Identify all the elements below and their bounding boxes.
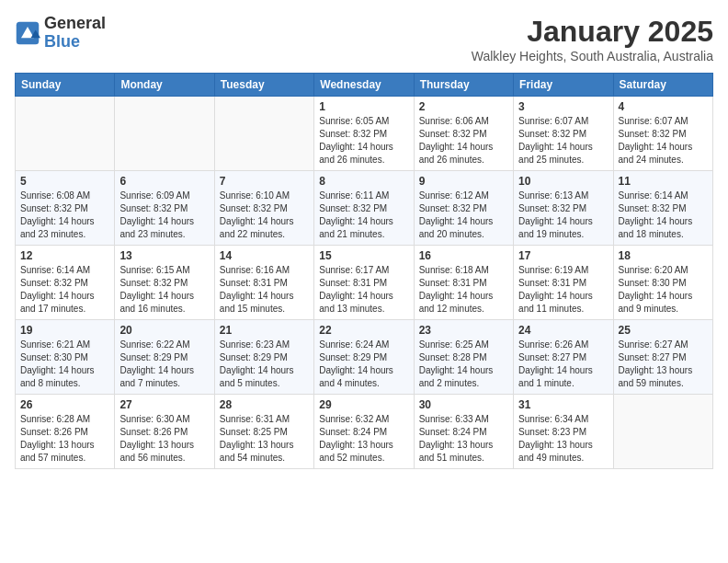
logo-general: General (44, 15, 106, 33)
day-number: 19 (20, 324, 109, 337)
day-number: 12 (20, 249, 109, 262)
day-info: Sunrise: 6:07 AMSunset: 8:32 PMDaylight:… (518, 115, 608, 167)
day-number: 27 (119, 398, 209, 411)
calendar-week-row: 26Sunrise: 6:28 AMSunset: 8:26 PMDayligh… (16, 395, 713, 469)
day-number: 18 (619, 249, 708, 262)
day-number: 10 (518, 175, 608, 188)
calendar-cell: 27Sunrise: 6:30 AMSunset: 8:26 PMDayligh… (115, 395, 214, 469)
calendar-cell: 21Sunrise: 6:23 AMSunset: 8:29 PMDayligh… (214, 320, 313, 395)
day-number: 24 (518, 324, 608, 337)
month-title: January 2025 (472, 15, 713, 49)
calendar-cell: 22Sunrise: 6:24 AMSunset: 8:29 PMDayligh… (314, 320, 414, 395)
calendar-cell (613, 395, 712, 469)
calendar-cell: 13Sunrise: 6:15 AMSunset: 8:32 PMDayligh… (115, 246, 214, 320)
day-info: Sunrise: 6:22 AMSunset: 8:29 PMDaylight:… (119, 339, 209, 390)
calendar-table: SundayMondayTuesdayWednesdayThursdayFrid… (15, 73, 713, 469)
calendar-cell: 26Sunrise: 6:28 AMSunset: 8:26 PMDayligh… (16, 395, 115, 469)
weekday-header: Thursday (414, 74, 513, 97)
calendar-cell: 19Sunrise: 6:21 AMSunset: 8:30 PMDayligh… (16, 320, 115, 395)
logo-icon (15, 20, 40, 46)
calendar-cell: 6Sunrise: 6:09 AMSunset: 8:32 PMDaylight… (115, 171, 214, 246)
calendar-cell: 10Sunrise: 6:13 AMSunset: 8:32 PMDayligh… (514, 171, 613, 246)
day-info: Sunrise: 6:15 AMSunset: 8:32 PMDaylight:… (119, 264, 209, 316)
day-info: Sunrise: 6:06 AMSunset: 8:32 PMDaylight:… (419, 115, 508, 167)
weekday-header: Friday (514, 74, 613, 97)
calendar-cell: 4Sunrise: 6:07 AMSunset: 8:32 PMDaylight… (613, 97, 712, 171)
day-number: 14 (220, 249, 309, 262)
day-info: Sunrise: 6:16 AMSunset: 8:31 PMDaylight:… (220, 264, 309, 316)
day-number: 5 (20, 175, 109, 188)
calendar-cell (115, 97, 214, 171)
calendar-cell: 9Sunrise: 6:12 AMSunset: 8:32 PMDaylight… (414, 171, 513, 246)
calendar-cell: 3Sunrise: 6:07 AMSunset: 8:32 PMDaylight… (514, 97, 613, 171)
calendar-cell: 17Sunrise: 6:19 AMSunset: 8:31 PMDayligh… (514, 246, 613, 320)
calendar-cell: 14Sunrise: 6:16 AMSunset: 8:31 PMDayligh… (214, 246, 313, 320)
calendar-cell: 2Sunrise: 6:06 AMSunset: 8:32 PMDaylight… (414, 97, 513, 171)
day-info: Sunrise: 6:25 AMSunset: 8:28 PMDaylight:… (419, 339, 508, 390)
calendar-cell: 8Sunrise: 6:11 AMSunset: 8:32 PMDaylight… (314, 171, 414, 246)
day-info: Sunrise: 6:11 AMSunset: 8:32 PMDaylight:… (319, 190, 408, 241)
day-info: Sunrise: 6:14 AMSunset: 8:32 PMDaylight:… (20, 264, 109, 316)
day-info: Sunrise: 6:30 AMSunset: 8:26 PMDaylight:… (119, 413, 209, 465)
calendar-week-row: 19Sunrise: 6:21 AMSunset: 8:30 PMDayligh… (16, 320, 713, 395)
day-info: Sunrise: 6:10 AMSunset: 8:32 PMDaylight:… (220, 190, 309, 241)
calendar-cell: 12Sunrise: 6:14 AMSunset: 8:32 PMDayligh… (16, 246, 115, 320)
logo-blue: Blue (44, 33, 106, 52)
day-number: 22 (319, 324, 408, 337)
weekday-header: Wednesday (314, 74, 414, 97)
day-number: 28 (220, 398, 309, 411)
calendar-cell: 7Sunrise: 6:10 AMSunset: 8:32 PMDaylight… (214, 171, 313, 246)
day-number: 1 (319, 100, 408, 113)
day-info: Sunrise: 6:31 AMSunset: 8:25 PMDaylight:… (220, 413, 309, 465)
day-number: 26 (20, 398, 109, 411)
calendar-cell: 15Sunrise: 6:17 AMSunset: 8:31 PMDayligh… (314, 246, 414, 320)
location-title: Walkley Heights, South Australia, Austra… (472, 49, 713, 63)
calendar-cell: 16Sunrise: 6:18 AMSunset: 8:31 PMDayligh… (414, 246, 513, 320)
day-number: 9 (419, 175, 508, 188)
day-info: Sunrise: 6:14 AMSunset: 8:32 PMDaylight:… (619, 190, 708, 241)
calendar-cell (16, 97, 115, 171)
calendar-cell: 11Sunrise: 6:14 AMSunset: 8:32 PMDayligh… (613, 171, 712, 246)
day-info: Sunrise: 6:08 AMSunset: 8:32 PMDaylight:… (20, 190, 109, 241)
day-number: 17 (518, 249, 608, 262)
calendar-cell: 30Sunrise: 6:33 AMSunset: 8:24 PMDayligh… (414, 395, 513, 469)
calendar-cell: 5Sunrise: 6:08 AMSunset: 8:32 PMDaylight… (16, 171, 115, 246)
day-number: 6 (119, 175, 209, 188)
weekday-header: Sunday (16, 74, 115, 97)
day-info: Sunrise: 6:05 AMSunset: 8:32 PMDaylight:… (319, 115, 408, 167)
day-number: 25 (619, 324, 708, 337)
day-info: Sunrise: 6:19 AMSunset: 8:31 PMDaylight:… (518, 264, 608, 316)
day-info: Sunrise: 6:07 AMSunset: 8:32 PMDaylight:… (619, 115, 708, 167)
calendar-week-row: 1Sunrise: 6:05 AMSunset: 8:32 PMDaylight… (16, 97, 713, 171)
weekday-header: Saturday (613, 74, 712, 97)
calendar-cell (214, 97, 313, 171)
day-number: 16 (419, 249, 508, 262)
day-info: Sunrise: 6:32 AMSunset: 8:24 PMDaylight:… (319, 413, 408, 465)
day-info: Sunrise: 6:28 AMSunset: 8:26 PMDaylight:… (20, 413, 109, 465)
logo: General Blue (15, 15, 106, 52)
day-number: 15 (319, 249, 408, 262)
day-info: Sunrise: 6:33 AMSunset: 8:24 PMDaylight:… (419, 413, 508, 465)
weekday-header-row: SundayMondayTuesdayWednesdayThursdayFrid… (16, 74, 713, 97)
calendar-cell: 29Sunrise: 6:32 AMSunset: 8:24 PMDayligh… (314, 395, 414, 469)
day-info: Sunrise: 6:18 AMSunset: 8:31 PMDaylight:… (419, 264, 508, 316)
day-info: Sunrise: 6:17 AMSunset: 8:31 PMDaylight:… (319, 264, 408, 316)
day-number: 8 (319, 175, 408, 188)
calendar-cell: 31Sunrise: 6:34 AMSunset: 8:23 PMDayligh… (514, 395, 613, 469)
day-number: 3 (518, 100, 608, 113)
day-number: 23 (419, 324, 508, 337)
calendar-cell: 23Sunrise: 6:25 AMSunset: 8:28 PMDayligh… (414, 320, 513, 395)
calendar-week-row: 5Sunrise: 6:08 AMSunset: 8:32 PMDaylight… (16, 171, 713, 246)
day-info: Sunrise: 6:12 AMSunset: 8:32 PMDaylight:… (419, 190, 508, 241)
day-info: Sunrise: 6:23 AMSunset: 8:29 PMDaylight:… (220, 339, 309, 390)
calendar-cell: 24Sunrise: 6:26 AMSunset: 8:27 PMDayligh… (514, 320, 613, 395)
calendar-cell: 25Sunrise: 6:27 AMSunset: 8:27 PMDayligh… (613, 320, 712, 395)
calendar-week-row: 12Sunrise: 6:14 AMSunset: 8:32 PMDayligh… (16, 246, 713, 320)
day-info: Sunrise: 6:09 AMSunset: 8:32 PMDaylight:… (119, 190, 209, 241)
calendar-cell: 20Sunrise: 6:22 AMSunset: 8:29 PMDayligh… (115, 320, 214, 395)
day-info: Sunrise: 6:34 AMSunset: 8:23 PMDaylight:… (518, 413, 608, 465)
day-number: 29 (319, 398, 408, 411)
day-number: 4 (619, 100, 708, 113)
day-number: 11 (619, 175, 708, 188)
day-info: Sunrise: 6:21 AMSunset: 8:30 PMDaylight:… (20, 339, 109, 390)
